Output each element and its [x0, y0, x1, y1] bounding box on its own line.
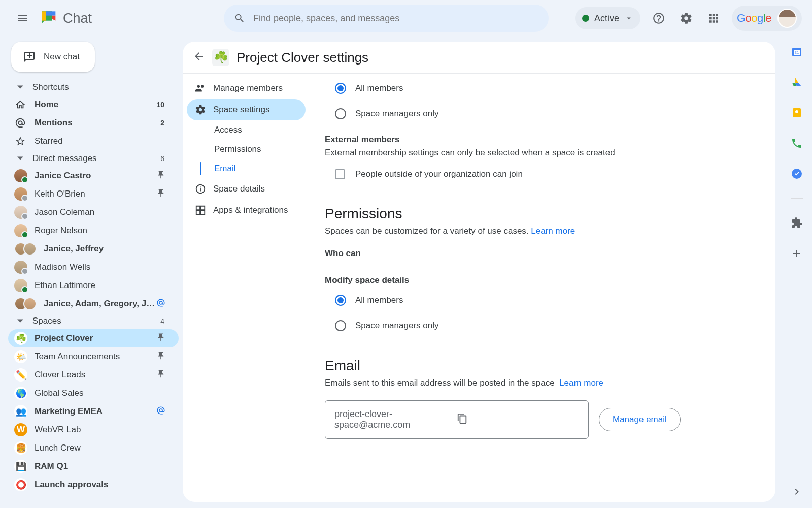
- dm-item[interactable]: Roger Nelson: [8, 221, 179, 240]
- voice-app-icon[interactable]: [791, 137, 803, 149]
- copy-icon: [457, 413, 468, 424]
- shortcuts-section-header[interactable]: Shortcuts: [8, 79, 179, 96]
- gear-icon: [680, 12, 693, 25]
- external-members-heading: External members: [325, 135, 760, 145]
- dm-item[interactable]: Janice, Jeffrey: [8, 240, 179, 258]
- help-button[interactable]: [650, 9, 668, 27]
- space-name: RAM Q1: [35, 461, 173, 471]
- dm-section-header[interactable]: Direct messages 6: [8, 150, 179, 167]
- search-bar[interactable]: [224, 5, 549, 32]
- drive-app-icon[interactable]: [791, 76, 803, 88]
- external-checkbox-row[interactable]: People outside of your organization can …: [325, 164, 760, 184]
- google-account[interactable]: Google: [732, 6, 802, 31]
- space-name: Global Sales: [35, 388, 173, 398]
- dm-item[interactable]: Keith O'Brien: [8, 185, 179, 203]
- space-item[interactable]: 💾RAM Q1: [8, 457, 179, 475]
- nav-space-settings[interactable]: Space settings: [187, 99, 306, 120]
- checkbox-icon: [335, 169, 345, 179]
- permissions-learn-more-link[interactable]: Learn more: [531, 226, 575, 236]
- star-icon: [14, 136, 26, 147]
- space-item[interactable]: ☘️Project Clover: [8, 329, 179, 347]
- subnav-access[interactable]: Access: [204, 120, 306, 140]
- new-chat-icon: [23, 51, 36, 63]
- spaces-section-header[interactable]: Spaces 4: [8, 313, 179, 329]
- status-indicator-icon: [582, 15, 589, 22]
- space-item[interactable]: 🍔Lunch Crew: [8, 439, 179, 457]
- email-address: project-clover-space@acme.com: [334, 409, 457, 430]
- space-item[interactable]: 🌤️Team Announcements: [8, 347, 179, 366]
- dm-name: Keith O'Brien: [35, 189, 156, 199]
- grid-icon: [195, 205, 206, 216]
- space-name: Project Clover: [35, 333, 156, 343]
- expand-rail-button[interactable]: [791, 486, 803, 498]
- back-button[interactable]: [193, 50, 205, 65]
- dm-item[interactable]: Madison Wells: [8, 258, 179, 276]
- panel-header: ☘️ Project Clover settings: [183, 42, 775, 74]
- chevron-down-icon: [14, 155, 26, 162]
- copy-email-button[interactable]: [457, 413, 579, 427]
- permissions-heading: Permissions: [325, 206, 760, 222]
- left-sidebar: New chat Shortcuts Home 10 Mentions 2 St…: [0, 0, 183, 508]
- space-item[interactable]: ⭕Launch approvals: [8, 475, 179, 494]
- addons-icon[interactable]: [791, 217, 803, 229]
- nav-manage-members[interactable]: Manage members: [187, 78, 306, 99]
- space-item[interactable]: WWebVR Lab: [8, 421, 179, 439]
- subnav-permissions[interactable]: Permissions: [204, 140, 306, 159]
- dm-name: Ethan Lattimore: [35, 280, 173, 291]
- space-emoji-icon: W: [14, 423, 27, 436]
- keep-app-icon[interactable]: [791, 107, 803, 119]
- radio-managers-only-1[interactable]: Space managers only: [325, 103, 760, 124]
- hamburger-icon: [16, 12, 28, 24]
- space-item[interactable]: 🌎Global Sales: [8, 384, 179, 402]
- status-selector[interactable]: Active: [575, 7, 640, 29]
- nav-apps-integrations[interactable]: Apps & integrations: [187, 200, 306, 221]
- search-input[interactable]: [253, 13, 538, 24]
- help-icon: [652, 12, 665, 25]
- nav-home[interactable]: Home 10: [8, 96, 179, 114]
- settings-button[interactable]: [677, 9, 695, 27]
- dm-item[interactable]: Jason Coleman: [8, 203, 179, 221]
- dm-name: Jason Coleman: [35, 207, 173, 217]
- nav-space-details[interactable]: Space details: [187, 178, 306, 200]
- chevron-down-icon: [14, 318, 26, 324]
- apps-button[interactable]: [704, 9, 723, 27]
- tasks-app-icon[interactable]: [791, 168, 803, 180]
- svg-text:31: 31: [795, 50, 799, 55]
- subnav-email[interactable]: Email: [204, 159, 306, 178]
- nav-starred[interactable]: Starred: [8, 132, 179, 150]
- space-emoji-icon: 💾: [14, 460, 27, 473]
- space-emoji-icon: ✏️: [14, 368, 27, 382]
- main-menu-button[interactable]: [10, 6, 35, 30]
- email-learn-more-link[interactable]: Learn more: [559, 378, 603, 388]
- arrow-back-icon: [193, 50, 205, 62]
- manage-email-button[interactable]: Manage email: [599, 408, 681, 431]
- avatar-icon: [14, 206, 27, 219]
- dm-item[interactable]: Janice Castro: [8, 167, 179, 185]
- space-item[interactable]: ✏️Clover Leads: [8, 366, 179, 384]
- radio-all-members-2[interactable]: All members: [325, 290, 760, 311]
- app-name: Chat: [63, 11, 92, 26]
- apps-grid-icon: [707, 12, 720, 25]
- chevron-down-icon: [624, 14, 633, 23]
- radio-managers-only-2[interactable]: Space managers only: [325, 315, 760, 336]
- pin-icon: [156, 333, 173, 344]
- calendar-app-icon[interactable]: 31: [791, 46, 803, 58]
- nav-mentions[interactable]: Mentions 2: [8, 114, 179, 132]
- dm-item[interactable]: Janice, Adam, Gregory, Jose…: [8, 295, 179, 313]
- space-emoji-icon: ⭕: [14, 478, 27, 491]
- space-name: Marketing EMEA: [35, 406, 156, 417]
- space-emoji-icon: 👥: [14, 405, 27, 418]
- app-logo: Chat: [39, 7, 92, 29]
- modify-space-heading: Modify space details: [325, 275, 760, 285]
- pin-icon: [156, 188, 173, 200]
- chat-logo-icon: [39, 7, 59, 29]
- user-avatar: [777, 9, 797, 28]
- svg-point-4: [795, 110, 798, 113]
- radio-all-members-1[interactable]: All members: [325, 78, 760, 99]
- dm-item[interactable]: Ethan Lattimore: [8, 276, 179, 295]
- new-chat-button[interactable]: New chat: [11, 42, 95, 72]
- add-button[interactable]: [791, 247, 803, 260]
- space-emoji-icon: 🌎: [14, 387, 27, 400]
- space-item[interactable]: 👥Marketing EMEA: [8, 402, 179, 421]
- space-name: Lunch Crew: [35, 443, 173, 453]
